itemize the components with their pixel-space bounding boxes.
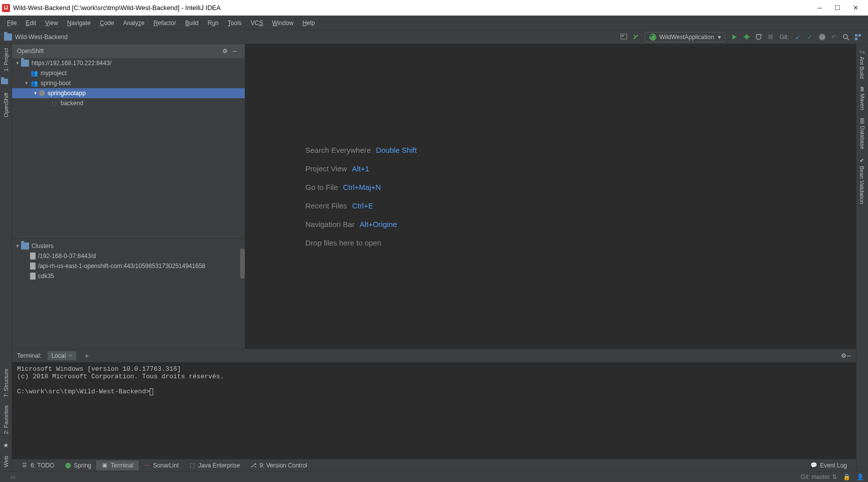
tree-node-cluster-item[interactable]: /api-rh-us-east-1-openshift-com:443/1059… xyxy=(12,261,245,271)
tab-sonarlint[interactable]: 〰SonarLint xyxy=(139,460,184,470)
panel-header: OpenShift ⚙ ─ xyxy=(12,44,245,58)
expand-arrow-icon[interactable]: ▼ xyxy=(23,81,30,86)
tab-spring[interactable]: ⬤Spring xyxy=(60,460,97,470)
tree-node-springboot[interactable]: ▼ 👥 spring-boot xyxy=(12,78,245,88)
breadcrumb[interactable]: Wild-West-Backend xyxy=(15,34,68,41)
tab-ant[interactable]: 🐜Ant Build xyxy=(857,44,867,83)
run-config-label: WildWestApplication xyxy=(659,34,714,41)
minimize-terminal-icon[interactable]: ─ xyxy=(846,352,851,359)
ide-settings-icon[interactable] xyxy=(852,31,864,43)
tree-node-cluster[interactable]: ▼ https://192.168.170.222:8443/ xyxy=(12,58,245,68)
tree-label: myproject xyxy=(41,70,67,77)
git-commit-icon[interactable]: ✓ xyxy=(804,31,816,43)
balloon-icon: 💬 xyxy=(810,462,817,469)
terminal-line: Microsoft Windows [version 10.0.17763.31… xyxy=(17,365,181,373)
status-rect-icon[interactable]: ▭ xyxy=(10,473,16,480)
maximize-button[interactable]: ☐ xyxy=(834,5,841,12)
tab-favorites[interactable]: 2: Favorites xyxy=(2,401,11,438)
debug-button[interactable] xyxy=(740,31,752,43)
tab-openshift[interactable]: OpenShift xyxy=(2,89,11,121)
terminal-title: Terminal: xyxy=(17,352,42,359)
tab-label: 6: TODO xyxy=(31,462,55,469)
close-icon[interactable]: × xyxy=(69,352,72,359)
git-update-icon[interactable]: ↙ xyxy=(792,31,804,43)
gear-icon[interactable]: ⚙ xyxy=(220,46,230,56)
tab-version-control[interactable]: ⎇9: Version Control xyxy=(245,460,312,470)
tree-label: Clusters xyxy=(32,243,54,250)
folder-tab-icon[interactable] xyxy=(0,75,12,89)
terminal-cursor xyxy=(150,388,153,395)
tab-label: Bean Validation xyxy=(859,166,865,204)
file-icon xyxy=(30,273,36,280)
star-icon[interactable]: ★ xyxy=(2,438,11,452)
coverage-button[interactable] xyxy=(752,31,764,43)
run-button[interactable] xyxy=(728,31,740,43)
tab-database[interactable]: 🗄Database xyxy=(858,114,867,153)
folder-icon xyxy=(4,34,12,41)
search-icon[interactable] xyxy=(840,31,852,43)
status-git[interactable]: Git: master ⇅ xyxy=(800,473,837,480)
tab-web[interactable]: Web xyxy=(2,452,11,471)
tree-node-cluster-item[interactable]: cdk35 xyxy=(12,271,245,281)
tree-node-springbootapp[interactable]: ▼ springbootapp xyxy=(12,88,245,98)
hint-label: Drop files here to open xyxy=(305,238,381,247)
menu-file[interactable]: File xyxy=(3,18,21,28)
tree-node-cluster-item[interactable]: /192-168-0-37:8443/d xyxy=(12,251,245,261)
tree-view: ▼ https://192.168.170.222:8443/ 👥 myproj… xyxy=(12,58,245,349)
gear-icon[interactable]: ⚙ xyxy=(841,352,846,359)
build-icon[interactable] xyxy=(630,31,642,43)
scrollbar[interactable] xyxy=(240,249,245,279)
status-bar: ▭ Git: master ⇅ 🔒 👤 xyxy=(0,471,868,482)
menu-navigate[interactable]: Navigate xyxy=(63,18,95,28)
panel-title: OpenShift xyxy=(17,48,220,55)
tab-label: Terminal xyxy=(111,462,133,469)
menu-vcs[interactable]: VCS xyxy=(247,18,267,28)
minimize-button[interactable]: ─ xyxy=(816,5,823,12)
expand-arrow-icon[interactable]: ▼ xyxy=(14,61,21,66)
tab-maven[interactable]: mMaven xyxy=(858,83,867,114)
tab-todo[interactable]: ☰6: TODO xyxy=(16,460,60,470)
git-history-icon[interactable]: 🕘 xyxy=(816,31,828,43)
terminal-tab-local[interactable]: Local × xyxy=(48,351,77,360)
status-user-icon[interactable]: 👤 xyxy=(856,473,864,480)
expand-arrow-icon[interactable]: ▼ xyxy=(32,91,39,96)
menu-window[interactable]: Window xyxy=(268,18,297,28)
tab-terminal[interactable]: ▣Terminal xyxy=(96,460,138,470)
menu-code[interactable]: Code xyxy=(96,18,118,28)
people-icon: 👥 xyxy=(30,80,38,87)
menu-help[interactable]: Help xyxy=(298,18,319,28)
git-revert-icon[interactable]: ↶ xyxy=(828,31,840,43)
tab-bean-validation[interactable]: ✔Bean Validation xyxy=(857,153,867,208)
select-target-icon[interactable] xyxy=(618,31,630,43)
minimize-panel-icon[interactable]: ─ xyxy=(230,46,240,56)
tree-node-myproject[interactable]: 👥 myproject xyxy=(12,68,245,78)
menu-analyze[interactable]: Analyze xyxy=(119,18,149,28)
app-icon: IJ xyxy=(2,4,10,12)
stop-button[interactable] xyxy=(764,31,776,43)
spring-icon: ⬤ xyxy=(65,462,72,469)
terminal-body[interactable]: Microsoft Windows [version 10.0.17763.31… xyxy=(12,362,856,459)
menu-edit[interactable]: Edit xyxy=(22,18,40,28)
tree-label: springbootapp xyxy=(48,90,86,97)
hint-key: Alt+Origine xyxy=(359,220,397,228)
tab-project[interactable]: 1: Project xyxy=(2,44,11,75)
menu-tools[interactable]: Tools xyxy=(224,18,246,28)
tab-java-enterprise[interactable]: ⬚Java Enterprise xyxy=(184,460,245,470)
expand-arrow-icon[interactable]: ▼ xyxy=(14,244,21,249)
status-lock-icon[interactable]: 🔒 xyxy=(843,473,850,480)
tree-label: backend xyxy=(61,100,83,107)
add-terminal-button[interactable]: + xyxy=(82,351,91,360)
menu-build[interactable]: Build xyxy=(181,18,203,28)
menu-run[interactable]: Run xyxy=(204,18,223,28)
tree-node-backend[interactable]: ⬚ backend xyxy=(12,98,245,108)
menu-refactor[interactable]: Refactor xyxy=(150,18,180,28)
title-bar: IJ Wild-West-Backend [C:\work\src\tmp\Wi… xyxy=(0,0,868,16)
hint-label: Recent Files xyxy=(305,201,347,210)
sonar-icon: 〰 xyxy=(144,462,151,469)
close-button[interactable]: ✕ xyxy=(852,5,859,12)
tab-event-log[interactable]: 💬Event Log xyxy=(805,460,852,470)
tree-node-clusters[interactable]: ▼ Clusters xyxy=(12,241,245,251)
tab-structure[interactable]: 7: Structure xyxy=(2,365,11,401)
menu-view[interactable]: View xyxy=(41,18,62,28)
run-configuration-dropdown[interactable]: WildWestApplication ▾ xyxy=(645,32,725,42)
